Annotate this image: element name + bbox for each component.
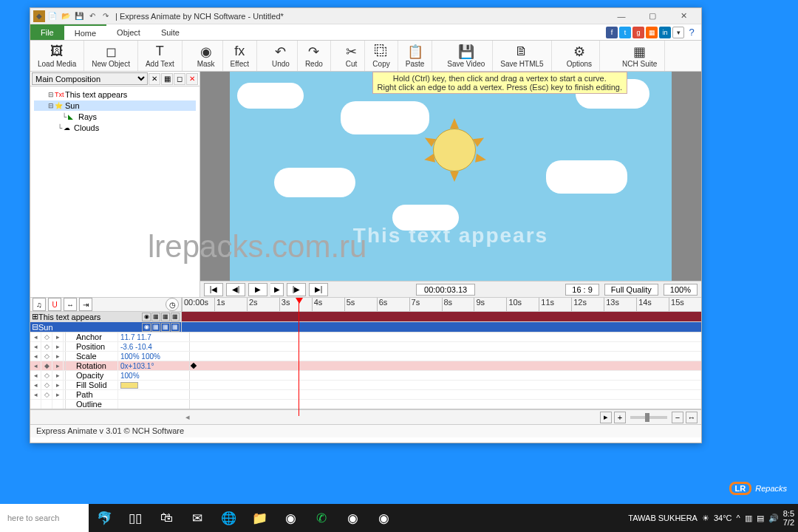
save-video-button[interactable]: 💾Save Video xyxy=(440,41,493,71)
comp-tool-1[interactable]: ✕ xyxy=(149,73,160,85)
tray-expand-icon[interactable]: ^ xyxy=(737,514,740,522)
open-icon[interactable]: 📂 xyxy=(60,10,72,22)
timeline-ruler-row: ♫ U ↔ ⇥ ◷ 00:00s1s2s3s4s5s6s7s8s9s10s11s… xyxy=(30,297,701,312)
minimize-button[interactable]: — xyxy=(610,10,632,23)
audio-tool-icon[interactable]: ♫ xyxy=(33,298,46,311)
linkedin-icon[interactable]: in xyxy=(659,27,671,38)
text-icon: T xyxy=(156,44,164,59)
clock-icon[interactable]: ◷ xyxy=(166,298,179,311)
redo-button[interactable]: ↷Redo xyxy=(298,41,331,71)
goto-start-button[interactable]: |◀ xyxy=(204,283,223,296)
tree-item-clouds[interactable]: └☁Clouds xyxy=(34,123,196,133)
zoom-fit-button[interactable]: ↔ xyxy=(686,412,698,423)
comp-tool-delete[interactable]: ✕ xyxy=(186,73,198,85)
maximize-button[interactable]: ▢ xyxy=(641,10,664,23)
redo-icon[interactable]: ↷ xyxy=(100,10,112,22)
mask-button[interactable]: ◉Mask xyxy=(190,41,223,71)
wifi-icon[interactable]: ▤ xyxy=(757,514,764,523)
tree-item-rays[interactable]: └◣Rays xyxy=(34,112,196,122)
snap-tool-icon[interactable]: U xyxy=(48,298,61,311)
timecode[interactable]: 00:00:03.13 xyxy=(416,284,475,296)
clock[interactable]: 8:57/2 xyxy=(783,509,794,527)
prev-frame-button[interactable]: ◀| xyxy=(226,283,245,296)
tab-suite[interactable]: Suite xyxy=(151,24,190,40)
edge-icon[interactable]: 🌐 xyxy=(213,504,244,532)
sun-object[interactable] xyxy=(429,124,480,176)
zoom-in-button[interactable]: + xyxy=(614,412,626,423)
next-frame-button[interactable]: |▶ xyxy=(287,283,306,296)
new-object-icon: ◻ xyxy=(106,44,117,59)
effect-button[interactable]: fxEffect xyxy=(223,41,257,71)
mail-icon[interactable]: ✉ xyxy=(182,504,213,532)
app-dolphin-icon[interactable]: 🐬 xyxy=(89,504,120,532)
battery-icon[interactable]: ▥ xyxy=(745,514,752,523)
temperature[interactable]: 34°C xyxy=(714,514,732,522)
play-button[interactable]: ▶ xyxy=(248,283,267,296)
explorer-icon[interactable]: 📁 xyxy=(244,504,275,532)
rss-icon[interactable]: ▦ xyxy=(646,27,658,38)
app-icon: ◆ xyxy=(33,10,45,22)
composition-select[interactable]: Main Composition xyxy=(32,72,148,85)
comp-tool-3[interactable]: ◻ xyxy=(174,73,185,85)
tree-item-text[interactable]: ⊟TxtThis text appears xyxy=(34,89,196,100)
preview-canvas[interactable]: This text appears xyxy=(230,72,672,281)
facebook-icon[interactable]: f xyxy=(606,27,618,38)
options-button[interactable]: ⚙Options xyxy=(559,41,600,71)
prop-position: ◂◇▸Position-3.6 -10.4 xyxy=(30,342,701,352)
new-icon[interactable]: 📄 xyxy=(47,10,58,22)
load-media-button[interactable]: 🖼Load Media xyxy=(30,41,84,71)
goto-end-button[interactable]: ▶| xyxy=(309,283,328,296)
track-text[interactable]: ⊞ This text appears◉▦▦▦ xyxy=(30,312,701,322)
chrome-icon[interactable]: ◉ xyxy=(275,504,306,532)
twitter-icon[interactable]: t xyxy=(619,27,631,38)
close-button[interactable]: ✕ xyxy=(672,10,695,23)
quality-select[interactable]: Full Quality xyxy=(604,284,658,296)
tree-item-sun[interactable]: ⊟⭐Sun xyxy=(34,100,196,111)
play-loop-button[interactable]: ▶ xyxy=(270,283,284,296)
canary-icon[interactable]: ◉ xyxy=(337,504,368,532)
chrome2-icon[interactable]: ◉ xyxy=(368,504,399,532)
tab-object[interactable]: Object xyxy=(106,24,151,40)
search-input[interactable]: here to search xyxy=(0,504,89,532)
save-icon[interactable]: 💾 xyxy=(73,10,85,22)
save-html5-button[interactable]: 🗎Save HTML5 xyxy=(493,41,551,71)
prop-fill: ◂◇▸Fill Solid xyxy=(30,381,701,390)
zoom-slider[interactable] xyxy=(630,416,667,419)
tool-4-icon[interactable]: ⇥ xyxy=(79,298,92,311)
dropdown-icon[interactable]: ▾ xyxy=(672,27,684,38)
tool-3-icon[interactable]: ↔ xyxy=(64,298,77,311)
undo-button[interactable]: ↶Undo xyxy=(265,41,298,71)
copy-button[interactable]: ⿻Copy xyxy=(365,41,398,71)
track-sun[interactable]: ⊟ Sun◉▦▦▦ xyxy=(30,322,701,332)
new-object-button[interactable]: ◻New Object xyxy=(84,41,138,71)
store-icon[interactable]: 🛍 xyxy=(151,504,182,532)
comp-tool-2[interactable]: ▦ xyxy=(161,73,173,85)
playhead[interactable] xyxy=(299,298,299,416)
window-title: | Express Animate by NCH Software - Unti… xyxy=(115,12,610,21)
tab-file[interactable]: File xyxy=(30,24,64,40)
zoom-out-button[interactable]: − xyxy=(672,412,683,423)
paste-button[interactable]: 📋Paste xyxy=(398,41,433,71)
prop-opacity: ◂◇▸Opacity100% xyxy=(30,371,701,381)
options-icon: ⚙ xyxy=(573,44,585,59)
task-view-icon[interactable]: ▯▯ xyxy=(120,504,151,532)
google-icon[interactable]: g xyxy=(632,27,644,38)
tab-home[interactable]: Home xyxy=(64,24,106,40)
undo-icon[interactable]: ↶ xyxy=(86,10,98,22)
prop-outline: Outline xyxy=(30,400,701,409)
menu-bar: File Home Object Suite f t g ▦ in ▾ ? xyxy=(30,24,701,41)
nch-suite-button[interactable]: ▦NCH Suite xyxy=(615,41,665,71)
add-text-button[interactable]: TAdd Text xyxy=(138,41,183,71)
whatsapp-icon[interactable]: ✆ xyxy=(306,504,337,532)
weather-icon[interactable]: ☀ xyxy=(702,514,709,523)
cut-button[interactable]: ✂Cut xyxy=(338,41,366,71)
user-name: TAWAB SUKHERA xyxy=(628,514,698,522)
zoom-select[interactable]: 100% xyxy=(664,284,698,296)
keyframe[interactable] xyxy=(191,363,197,369)
volume-icon[interactable]: 🔊 xyxy=(768,514,779,523)
prop-path: ◂◇▸Path xyxy=(30,390,701,400)
help-icon[interactable]: ? xyxy=(686,27,698,38)
timeline-ruler[interactable]: 00:00s1s2s3s4s5s6s7s8s9s10s11s12s13s14s1… xyxy=(182,298,701,311)
canvas-text[interactable]: This text appears xyxy=(353,224,548,248)
aspect-ratio[interactable]: 16 : 9 xyxy=(565,284,599,296)
